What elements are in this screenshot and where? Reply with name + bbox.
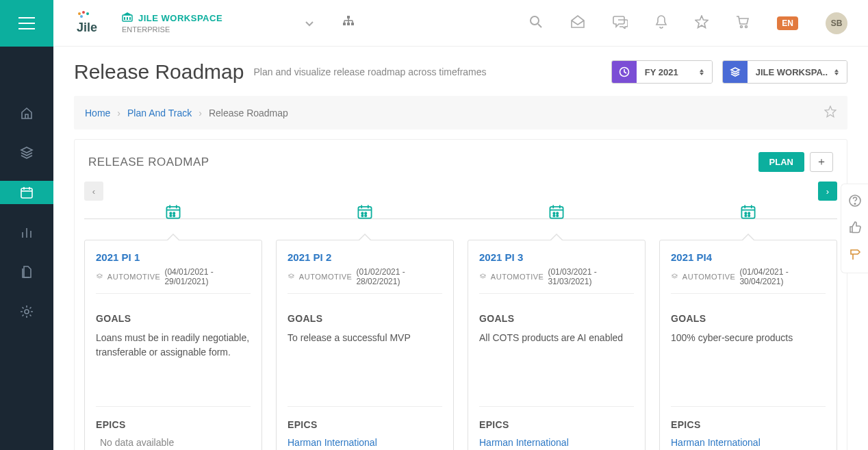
workspace-caret-icon[interactable] bbox=[305, 18, 314, 29]
notifications-button[interactable] bbox=[655, 15, 667, 31]
inbox-button[interactable] bbox=[570, 15, 585, 31]
epic-link[interactable]: Harman International bbox=[288, 437, 442, 448]
svg-point-74 bbox=[748, 212, 750, 214]
release-cards: 2021 PI 1 AUTOMOTIVE (04/01/2021 - 29/01… bbox=[84, 240, 837, 450]
layers-small-icon bbox=[96, 273, 103, 281]
svg-rect-14 bbox=[343, 23, 346, 25]
favorite-toggle[interactable] bbox=[824, 105, 837, 120]
goals-heading: GOALS bbox=[96, 313, 251, 324]
release-meta: AUTOMOTIVE (01/04/2021 - 30/04/2021) bbox=[671, 267, 826, 294]
logo-icon: Jile bbox=[74, 10, 108, 37]
star-icon bbox=[824, 105, 837, 118]
panel-actions: PLAN ＋ bbox=[758, 152, 833, 172]
release-card: 2021 PI 2 AUTOMOTIVE (01/02/2021 - 28/02… bbox=[276, 240, 454, 450]
timeline-next-button[interactable]: › bbox=[818, 182, 837, 201]
goals-heading: GOALS bbox=[288, 313, 442, 324]
tour-button[interactable] bbox=[848, 247, 862, 263]
svg-point-6 bbox=[80, 15, 83, 18]
goal-text: Loans must be in readily negotiable, tra… bbox=[96, 331, 251, 379]
bell-icon bbox=[655, 15, 667, 29]
cart-button[interactable] bbox=[736, 15, 750, 31]
epics-heading: EPICS bbox=[96, 406, 251, 430]
svg-rect-10 bbox=[127, 17, 128, 20]
help-button[interactable] bbox=[848, 194, 862, 210]
release-title[interactable]: 2021 PI 3 bbox=[479, 251, 634, 263]
org-tree-button[interactable] bbox=[342, 16, 355, 30]
sidebar bbox=[0, 47, 53, 450]
release-dates: (01/02/2021 - 28/02/2021) bbox=[356, 267, 442, 286]
release-title[interactable]: 2021 PI4 bbox=[671, 251, 826, 263]
thumbs-up-icon bbox=[848, 221, 862, 234]
user-avatar[interactable]: SB bbox=[826, 12, 847, 34]
sidebar-docs[interactable] bbox=[0, 260, 53, 284]
svg-point-66 bbox=[553, 215, 554, 216]
epic-link[interactable]: Harman International bbox=[671, 437, 826, 448]
epic-link[interactable]: Harman International bbox=[479, 437, 634, 448]
release-title[interactable]: 2021 PI 1 bbox=[96, 251, 251, 263]
svg-point-35 bbox=[25, 310, 29, 314]
timeline-prev-button[interactable]: ‹ bbox=[84, 182, 103, 201]
epics-empty: No data available bbox=[96, 437, 251, 448]
add-button[interactable]: ＋ bbox=[810, 152, 833, 172]
calendar-marker-icon bbox=[740, 203, 756, 222]
svg-point-49 bbox=[173, 215, 175, 216]
svg-point-56 bbox=[365, 212, 366, 214]
svg-point-75 bbox=[745, 215, 746, 216]
plan-button[interactable]: PLAN bbox=[758, 152, 804, 172]
chat-button[interactable] bbox=[613, 15, 628, 31]
jile-logo[interactable]: Jile bbox=[74, 10, 108, 37]
help-rail bbox=[841, 184, 868, 273]
signpost-icon bbox=[848, 247, 862, 261]
period-selector[interactable]: FY 2021 bbox=[611, 60, 713, 84]
panel-header: RELEASE ROADMAP PLAN ＋ bbox=[75, 140, 847, 179]
language-badge[interactable]: EN bbox=[777, 16, 798, 30]
workspace-name: JILE WORKSPACE bbox=[138, 13, 222, 23]
gear-icon bbox=[20, 305, 34, 318]
release-tag: AUTOMOTIVE bbox=[682, 273, 736, 281]
workspace-selector[interactable]: JILE WORKSPACE ENTERPRISE bbox=[122, 12, 222, 34]
sidebar-analytics[interactable] bbox=[0, 221, 53, 244]
page-header: Release Roadmap Plan and visualize relea… bbox=[74, 60, 847, 84]
sidebar-layers[interactable] bbox=[0, 141, 53, 164]
epics-heading: EPICS bbox=[671, 406, 826, 430]
calendar-icon bbox=[20, 186, 34, 199]
roadmap-panel: RELEASE ROADMAP PLAN ＋ ‹ › 2021 PI 1 AUT… bbox=[74, 139, 847, 450]
layers-small-icon bbox=[288, 273, 295, 281]
timeline-axis bbox=[84, 218, 837, 219]
panel-title: RELEASE ROADMAP bbox=[88, 155, 209, 169]
breadcrumb-home[interactable]: Home bbox=[85, 108, 110, 118]
calendar-marker-icon bbox=[357, 203, 373, 222]
sidebar-home[interactable] bbox=[0, 101, 53, 125]
breadcrumb-plan-and-track[interactable]: Plan And Track bbox=[127, 108, 192, 118]
page-selectors: FY 2021 JILE WORKSPA.. bbox=[611, 60, 847, 84]
bars-icon bbox=[20, 225, 34, 239]
main-content: Release Roadmap Plan and visualize relea… bbox=[53, 47, 868, 450]
svg-marker-41 bbox=[825, 106, 836, 117]
svg-point-55 bbox=[361, 212, 363, 214]
svg-rect-28 bbox=[21, 188, 32, 198]
layers-small-icon bbox=[671, 273, 678, 281]
svg-rect-13 bbox=[347, 16, 350, 18]
chevron-right-icon: › bbox=[117, 108, 120, 118]
svg-point-46 bbox=[170, 212, 171, 214]
svg-point-4 bbox=[82, 11, 85, 14]
goal-text: All COTS products are AI enabled bbox=[479, 331, 634, 379]
sidebar-settings[interactable] bbox=[0, 300, 53, 323]
feedback-button[interactable] bbox=[848, 221, 862, 236]
goal-text: To release a successful MVP bbox=[288, 331, 442, 379]
svg-rect-15 bbox=[347, 23, 350, 25]
scope-selector[interactable]: JILE WORKSPA.. bbox=[722, 60, 847, 84]
release-title[interactable]: 2021 PI 2 bbox=[288, 251, 442, 263]
svg-point-57 bbox=[361, 215, 363, 216]
workspace-type: ENTERPRISE bbox=[122, 25, 222, 34]
menu-toggle-button[interactable] bbox=[0, 0, 53, 47]
favorites-button[interactable] bbox=[695, 15, 709, 31]
search-button[interactable] bbox=[529, 15, 543, 31]
sidebar-roadmap[interactable] bbox=[0, 181, 53, 204]
svg-marker-59 bbox=[288, 274, 294, 277]
release-dates: (01/03/2021 - 31/03/2021) bbox=[548, 267, 634, 286]
svg-point-25 bbox=[741, 26, 743, 28]
svg-text:Jile: Jile bbox=[77, 21, 97, 34]
release-tag: AUTOMOTIVE bbox=[299, 273, 353, 281]
scope-value: JILE WORKSPA.. bbox=[756, 67, 828, 77]
